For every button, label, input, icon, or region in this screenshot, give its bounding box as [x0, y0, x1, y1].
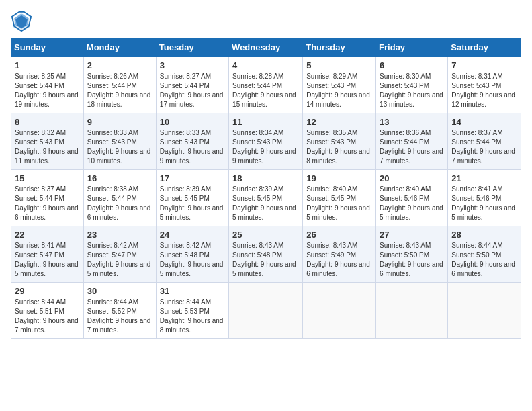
day-number: 4: [232, 60, 299, 71]
day-header-thursday: Thursday: [303, 38, 376, 57]
calendar-week-row: 8Sunrise: 8:32 AMSunset: 5:43 PMDaylight…: [11, 113, 521, 170]
day-detail: Sunrise: 8:41 AMSunset: 5:46 PMDaylight:…: [451, 185, 517, 222]
calendar-cell: [448, 283, 521, 339]
day-header-wednesday: Wednesday: [229, 38, 303, 57]
day-number: 2: [87, 60, 152, 71]
day-number: 26: [306, 230, 372, 240]
day-detail: Sunrise: 8:26 AMSunset: 5:44 PMDaylight:…: [87, 72, 152, 109]
day-number: 30: [87, 286, 152, 296]
day-detail: Sunrise: 8:43 AMSunset: 5:49 PMDaylight:…: [306, 241, 372, 279]
day-detail: Sunrise: 8:34 AMSunset: 5:43 PMDaylight:…: [232, 128, 299, 166]
calendar-cell: [303, 283, 376, 339]
day-detail: Sunrise: 8:43 AMSunset: 5:48 PMDaylight:…: [232, 241, 299, 279]
day-number: 20: [380, 173, 444, 183]
day-detail: Sunrise: 8:44 AMSunset: 5:52 PMDaylight:…: [87, 298, 152, 335]
day-detail: Sunrise: 8:37 AMSunset: 5:44 PMDaylight:…: [15, 185, 80, 222]
calendar-cell: 7Sunrise: 8:31 AMSunset: 5:43 PMDaylight…: [448, 57, 521, 113]
calendar-table: SundayMondayTuesdayWednesdayThursdayFrid…: [11, 38, 521, 339]
calendar-cell: 20Sunrise: 8:40 AMSunset: 5:46 PMDayligh…: [376, 170, 448, 226]
day-number: 28: [451, 230, 517, 240]
calendar-week-row: 1Sunrise: 8:25 AMSunset: 5:44 PMDaylight…: [11, 57, 521, 113]
day-detail: Sunrise: 8:33 AMSunset: 5:43 PMDaylight:…: [87, 128, 152, 166]
day-detail: Sunrise: 8:40 AMSunset: 5:46 PMDaylight:…: [380, 185, 444, 222]
day-number: 17: [160, 173, 225, 183]
day-detail: Sunrise: 8:32 AMSunset: 5:43 PMDaylight:…: [15, 128, 80, 166]
day-detail: Sunrise: 8:30 AMSunset: 5:43 PMDaylight:…: [380, 72, 444, 109]
day-detail: Sunrise: 8:27 AMSunset: 5:44 PMDaylight:…: [160, 72, 225, 109]
day-detail: Sunrise: 8:44 AMSunset: 5:51 PMDaylight:…: [15, 298, 80, 335]
calendar-cell: 25Sunrise: 8:43 AMSunset: 5:48 PMDayligh…: [229, 226, 303, 283]
day-number: 15: [15, 173, 80, 183]
calendar-cell: 18Sunrise: 8:39 AMSunset: 5:45 PMDayligh…: [229, 170, 303, 226]
day-number: 5: [306, 60, 372, 71]
calendar-cell: [229, 283, 303, 339]
day-header-sunday: Sunday: [11, 38, 84, 57]
calendar-cell: 13Sunrise: 8:36 AMSunset: 5:44 PMDayligh…: [376, 113, 448, 170]
day-detail: Sunrise: 8:36 AMSunset: 5:44 PMDaylight:…: [380, 128, 444, 166]
calendar-cell: 5Sunrise: 8:29 AMSunset: 5:43 PMDaylight…: [303, 57, 376, 113]
day-number: 10: [160, 117, 225, 127]
day-detail: Sunrise: 8:31 AMSunset: 5:43 PMDaylight:…: [451, 72, 517, 109]
calendar-header-row: SundayMondayTuesdayWednesdayThursdayFrid…: [11, 38, 521, 57]
day-number: 11: [232, 117, 299, 127]
day-detail: Sunrise: 8:25 AMSunset: 5:44 PMDaylight:…: [15, 72, 80, 109]
day-detail: Sunrise: 8:39 AMSunset: 5:45 PMDaylight:…: [232, 185, 299, 222]
calendar-cell: 2Sunrise: 8:26 AMSunset: 5:44 PMDaylight…: [83, 57, 156, 113]
day-number: 19: [306, 173, 372, 183]
calendar-cell: 22Sunrise: 8:41 AMSunset: 5:47 PMDayligh…: [11, 226, 84, 283]
day-header-tuesday: Tuesday: [156, 38, 228, 57]
day-number: 25: [232, 230, 299, 240]
page-header: [11, 11, 521, 32]
calendar-week-row: 29Sunrise: 8:44 AMSunset: 5:51 PMDayligh…: [11, 283, 521, 339]
calendar-cell: 15Sunrise: 8:37 AMSunset: 5:44 PMDayligh…: [11, 170, 84, 226]
day-number: 27: [380, 230, 444, 240]
day-detail: Sunrise: 8:28 AMSunset: 5:44 PMDaylight:…: [232, 72, 299, 109]
day-number: 31: [160, 286, 225, 296]
day-number: 8: [15, 117, 80, 127]
day-detail: Sunrise: 8:44 AMSunset: 5:53 PMDaylight:…: [160, 298, 225, 335]
day-detail: Sunrise: 8:44 AMSunset: 5:50 PMDaylight:…: [451, 241, 517, 279]
day-number: 22: [15, 230, 80, 240]
day-number: 14: [451, 117, 517, 127]
day-number: 16: [87, 173, 152, 183]
calendar-cell: 23Sunrise: 8:42 AMSunset: 5:47 PMDayligh…: [83, 226, 156, 283]
day-detail: Sunrise: 8:35 AMSunset: 5:43 PMDaylight:…: [306, 128, 372, 166]
day-number: 29: [15, 286, 80, 296]
calendar-cell: 21Sunrise: 8:41 AMSunset: 5:46 PMDayligh…: [448, 170, 521, 226]
day-number: 6: [380, 60, 444, 71]
day-number: 3: [160, 60, 225, 71]
calendar-cell: [376, 283, 448, 339]
calendar-cell: 31Sunrise: 8:44 AMSunset: 5:53 PMDayligh…: [156, 283, 228, 339]
calendar-cell: 10Sunrise: 8:33 AMSunset: 5:43 PMDayligh…: [156, 113, 228, 170]
calendar-cell: 12Sunrise: 8:35 AMSunset: 5:43 PMDayligh…: [303, 113, 376, 170]
day-detail: Sunrise: 8:41 AMSunset: 5:47 PMDaylight:…: [15, 241, 80, 279]
day-detail: Sunrise: 8:37 AMSunset: 5:44 PMDaylight:…: [451, 128, 517, 166]
calendar-cell: 14Sunrise: 8:37 AMSunset: 5:44 PMDayligh…: [448, 113, 521, 170]
day-detail: Sunrise: 8:43 AMSunset: 5:50 PMDaylight:…: [380, 241, 444, 279]
day-number: 13: [380, 117, 444, 127]
calendar-cell: 6Sunrise: 8:30 AMSunset: 5:43 PMDaylight…: [376, 57, 448, 113]
day-header-saturday: Saturday: [448, 38, 521, 57]
calendar-cell: 28Sunrise: 8:44 AMSunset: 5:50 PMDayligh…: [448, 226, 521, 283]
calendar-cell: 27Sunrise: 8:43 AMSunset: 5:50 PMDayligh…: [376, 226, 448, 283]
day-detail: Sunrise: 8:33 AMSunset: 5:43 PMDaylight:…: [160, 128, 225, 166]
calendar-cell: 26Sunrise: 8:43 AMSunset: 5:49 PMDayligh…: [303, 226, 376, 283]
calendar-week-row: 22Sunrise: 8:41 AMSunset: 5:47 PMDayligh…: [11, 226, 521, 283]
calendar-cell: 24Sunrise: 8:42 AMSunset: 5:48 PMDayligh…: [156, 226, 228, 283]
day-detail: Sunrise: 8:42 AMSunset: 5:47 PMDaylight:…: [87, 241, 152, 279]
calendar-cell: 11Sunrise: 8:34 AMSunset: 5:43 PMDayligh…: [229, 113, 303, 170]
day-number: 1: [15, 60, 80, 71]
day-detail: Sunrise: 8:42 AMSunset: 5:48 PMDaylight:…: [160, 241, 225, 279]
day-detail: Sunrise: 8:40 AMSunset: 5:45 PMDaylight:…: [306, 185, 372, 222]
calendar-cell: 1Sunrise: 8:25 AMSunset: 5:44 PMDaylight…: [11, 57, 84, 113]
day-number: 23: [87, 230, 152, 240]
day-header-monday: Monday: [83, 38, 156, 57]
calendar-week-row: 15Sunrise: 8:37 AMSunset: 5:44 PMDayligh…: [11, 170, 521, 226]
calendar-cell: 19Sunrise: 8:40 AMSunset: 5:45 PMDayligh…: [303, 170, 376, 226]
day-detail: Sunrise: 8:29 AMSunset: 5:43 PMDaylight:…: [306, 72, 372, 109]
calendar-cell: 16Sunrise: 8:38 AMSunset: 5:44 PMDayligh…: [83, 170, 156, 226]
day-number: 9: [87, 117, 152, 127]
calendar-cell: 17Sunrise: 8:39 AMSunset: 5:45 PMDayligh…: [156, 170, 228, 226]
calendar-cell: 29Sunrise: 8:44 AMSunset: 5:51 PMDayligh…: [11, 283, 84, 339]
day-number: 18: [232, 173, 299, 183]
